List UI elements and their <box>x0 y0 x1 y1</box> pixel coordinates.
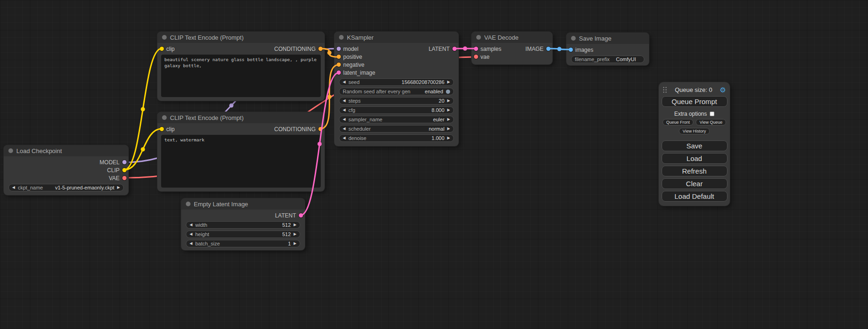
port-latent-output[interactable] <box>299 213 303 217</box>
collapse-dot-icon[interactable] <box>8 148 13 153</box>
queue-prompt-button[interactable]: Queue Prompt <box>662 96 727 107</box>
port-model-output[interactable] <box>122 160 127 164</box>
widget-filename-prefix[interactable]: filename_prefix ComfyUI <box>571 56 644 63</box>
port-latent-output[interactable] <box>452 47 457 51</box>
node-load-checkpoint[interactable]: Load Checkpoint MODEL CLIP VAE ◀ ckpt_na… <box>4 145 128 195</box>
drag-handle-icon[interactable] <box>663 86 667 93</box>
decrement-arrow-icon[interactable]: ◀ <box>343 108 346 112</box>
wire-midpoint-negative-conditioning <box>327 95 332 99</box>
increment-arrow-icon[interactable]: ▶ <box>447 118 450 121</box>
port-clip-input[interactable] <box>160 47 164 51</box>
save-button[interactable]: Save <box>662 140 727 151</box>
wire-midpoint-samples <box>463 47 467 51</box>
negative-prompt-textarea[interactable]: text, watermark <box>161 135 321 188</box>
increment-arrow-icon[interactable]: ▶ <box>447 99 450 103</box>
node-title: CLIP Text Encode (Prompt) <box>170 34 244 41</box>
collapse-dot-icon[interactable] <box>162 35 167 40</box>
widget-value: enabled <box>425 89 443 94</box>
node-vae-decode[interactable]: VAE Decode samples IMAGE vae <box>472 32 552 64</box>
decrement-arrow-icon[interactable]: ◀ <box>12 186 15 189</box>
node-title-bar[interactable]: Save Image <box>566 33 649 44</box>
clear-button[interactable]: Clear <box>662 178 727 189</box>
widget-label: cfg <box>348 107 355 113</box>
node-title-bar[interactable]: CLIP Text Encode (Prompt) <box>157 112 325 123</box>
refresh-button[interactable]: Refresh <box>662 166 727 176</box>
increment-arrow-icon[interactable]: ▶ <box>447 136 450 140</box>
decrement-arrow-icon[interactable]: ◀ <box>343 127 346 131</box>
queue-front-button[interactable]: Queue Front <box>663 119 694 126</box>
widget-sampler-name[interactable]: ◀ sampler_name euler ▶ <box>339 116 454 123</box>
decrement-arrow-icon[interactable]: ◀ <box>343 136 346 140</box>
settings-gear-icon[interactable]: ⚙ <box>720 86 726 93</box>
node-title-bar[interactable]: Load Checkpoint <box>4 145 128 156</box>
increment-arrow-icon[interactable]: ▶ <box>447 80 450 84</box>
port-latent-image-input[interactable] <box>337 70 341 75</box>
decrement-arrow-icon[interactable]: ◀ <box>190 232 192 236</box>
collapse-dot-icon[interactable] <box>186 202 191 206</box>
graph-canvas[interactable]: Load Checkpoint MODEL CLIP VAE ◀ ckpt_na… <box>0 0 868 329</box>
port-model-input[interactable] <box>337 47 341 51</box>
input-label: clip <box>166 126 175 133</box>
toggle-icon[interactable] <box>446 90 450 94</box>
positive-prompt-textarea[interactable]: beautiful scenery nature glass bottle la… <box>161 55 321 97</box>
widget-seed[interactable]: ◀ seed 156680208700286 ▶ <box>339 78 454 86</box>
widget-cfg[interactable]: ◀ cfg 8.000 ▶ <box>339 106 454 114</box>
load-default-button[interactable]: Load Default <box>662 191 727 202</box>
increment-arrow-icon[interactable]: ▶ <box>447 127 450 131</box>
node-empty-latent-image[interactable]: Empty Latent Image LATENT ◀ width 512 ▶ … <box>181 198 305 250</box>
io-row-samples-image: samples IMAGE <box>472 45 552 53</box>
widget-value: v1-5-pruned-emaonly.ckpt <box>55 185 114 190</box>
port-positive-input[interactable] <box>337 55 341 59</box>
decrement-arrow-icon[interactable]: ◀ <box>343 80 346 84</box>
port-vae-input[interactable] <box>474 55 478 59</box>
increment-arrow-icon[interactable]: ▶ <box>447 108 450 112</box>
port-images-input[interactable] <box>569 48 573 52</box>
widget-ckpt-name[interactable]: ◀ ckpt_name v1-5-pruned-emaonly.ckpt ▶ <box>8 184 124 191</box>
collapse-dot-icon[interactable] <box>476 35 481 40</box>
view-history-button[interactable]: View History <box>679 128 710 134</box>
widget-denoise[interactable]: ◀ denoise 1.000 ▶ <box>339 134 454 142</box>
input-row-images: images <box>566 46 649 54</box>
increment-arrow-icon[interactable]: ▶ <box>294 242 296 245</box>
port-conditioning-output[interactable] <box>318 127 323 131</box>
node-ksampler[interactable]: KSampler model LATENT positive negative … <box>334 32 459 146</box>
node-title: VAE Decode <box>484 34 518 41</box>
port-image-output[interactable] <box>546 47 550 51</box>
decrement-arrow-icon[interactable]: ◀ <box>190 223 192 227</box>
node-title-bar[interactable]: KSampler <box>334 32 459 43</box>
decrement-arrow-icon[interactable]: ◀ <box>190 242 192 245</box>
port-clip-output[interactable] <box>122 168 127 172</box>
widget-batch-size[interactable]: ◀ batch_size 1 ▶ <box>186 240 300 247</box>
widget-value: euler <box>433 117 444 122</box>
port-vae-output[interactable] <box>122 176 127 180</box>
load-button[interactable]: Load <box>662 153 727 164</box>
decrement-arrow-icon[interactable]: ◀ <box>343 118 346 121</box>
widget-steps[interactable]: ◀ steps 20 ▶ <box>339 97 454 105</box>
increment-arrow-icon[interactable]: ▶ <box>294 232 296 236</box>
port-clip-input[interactable] <box>160 127 164 131</box>
increment-arrow-icon[interactable]: ▶ <box>294 223 296 227</box>
port-conditioning-output[interactable] <box>318 47 323 51</box>
increment-arrow-icon[interactable]: ▶ <box>117 186 120 189</box>
collapse-dot-icon[interactable] <box>162 115 167 120</box>
widget-scheduler[interactable]: ◀ scheduler normal ▶ <box>339 125 454 133</box>
widget-height[interactable]: ◀ height 512 ▶ <box>186 231 300 238</box>
collapse-dot-icon[interactable] <box>339 35 344 40</box>
node-title-bar[interactable]: Empty Latent Image <box>181 198 305 210</box>
node-clip-text-encode-positive[interactable]: CLIP Text Encode (Prompt) clip CONDITION… <box>157 32 325 101</box>
widget-random-seed[interactable]: Random seed after every gen enabled <box>339 88 454 95</box>
port-samples-input[interactable] <box>474 47 478 51</box>
node-clip-text-encode-negative[interactable]: CLIP Text Encode (Prompt) clip CONDITION… <box>157 112 325 191</box>
output-row-latent: LATENT <box>181 211 305 219</box>
decrement-arrow-icon[interactable]: ◀ <box>343 99 346 103</box>
menu-panel[interactable]: Queue size: 0 ⚙ Queue Prompt Extra optio… <box>659 82 730 206</box>
node-title-bar[interactable]: CLIP Text Encode (Prompt) <box>157 32 325 43</box>
collapse-dot-icon[interactable] <box>571 36 576 41</box>
view-queue-button[interactable]: View Queue <box>696 119 726 126</box>
port-negative-input[interactable] <box>337 63 341 67</box>
extra-options-checkbox[interactable] <box>710 112 714 116</box>
node-title-bar[interactable]: VAE Decode <box>472 32 552 43</box>
widget-label: filename_prefix <box>575 56 610 62</box>
widget-width[interactable]: ◀ width 512 ▶ <box>186 221 300 229</box>
node-save-image[interactable]: Save Image images filename_prefix ComfyU… <box>566 33 649 65</box>
